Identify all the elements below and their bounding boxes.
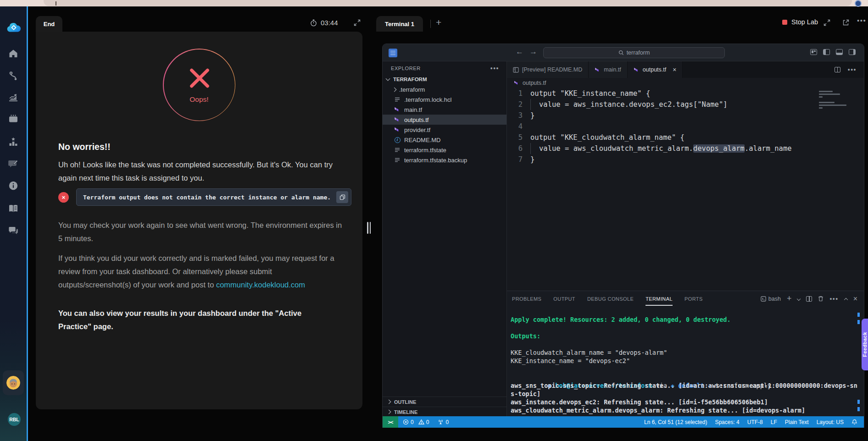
copy-button[interactable] <box>336 191 348 203</box>
line-number: 2 <box>507 99 523 110</box>
open-external-icon[interactable] <box>842 19 849 26</box>
maximize-panel-icon[interactable] <box>844 298 847 301</box>
browser-url-bar[interactable] <box>44 0 852 6</box>
new-terminal-button[interactable]: + <box>787 294 792 303</box>
toggle-panel-icon[interactable] <box>836 49 843 55</box>
explorer-sidebar: EXPLORER ••• TERRAFORM .terraform .terra… <box>383 61 507 416</box>
panel-more-icon[interactable]: ••• <box>829 297 838 301</box>
window-more-icon[interactable]: ••• <box>857 17 866 24</box>
tab-main-tf[interactable]: main.tf <box>589 61 628 78</box>
timeline-section[interactable]: TIMELINE <box>383 407 506 417</box>
toggle-secondary-sidebar-icon[interactable] <box>849 49 856 55</box>
file-name: .terraform.lock.hcl <box>404 96 451 103</box>
file-row[interactable]: .terraform.lock.hcl <box>383 94 506 105</box>
tab-problems[interactable]: PROBLEMS <box>512 296 541 302</box>
tab-debug-console[interactable]: DEBUG CONSOLE <box>587 296 634 302</box>
file-row[interactable]: terraform.tfstate <box>383 145 506 155</box>
terminal-dropdown-icon[interactable] <box>797 297 801 300</box>
task-expand-icon[interactable] <box>354 19 361 26</box>
documentation-icon[interactable] <box>8 203 19 214</box>
leaderboard-icon[interactable] <box>8 137 19 148</box>
tab-readme-preview[interactable]: [Preview] README.MD <box>507 61 589 78</box>
browser-profile-icon[interactable] <box>855 0 862 7</box>
editor-more-icon[interactable]: ••• <box>848 68 857 72</box>
terraform-file-icon <box>394 116 401 123</box>
error-count: 0 <box>411 419 414 425</box>
stop-lab-button[interactable]: Stop Lab <box>782 18 818 26</box>
indentation[interactable]: Spaces: 4 <box>715 419 739 425</box>
terminal-tab-1[interactable]: Terminal 1 <box>376 16 423 32</box>
menu-icon[interactable] <box>389 49 397 57</box>
split-editor-icon[interactable] <box>835 67 840 72</box>
user-avatar[interactable] <box>6 376 20 390</box>
task-tab-end[interactable]: End <box>36 16 62 32</box>
terminal-output[interactable]: Apply complete! Resources: 2 added, 0 ch… <box>507 306 864 416</box>
split-terminal-icon[interactable] <box>806 296 812 302</box>
file-row-terraform-folder[interactable]: .terraform <box>383 84 506 94</box>
remote-indicator[interactable]: >< <box>383 416 398 428</box>
tab-terminal[interactable]: TERMINAL <box>645 296 673 302</box>
progress-chart-icon[interactable] <box>8 92 19 103</box>
notifications-bell-icon[interactable] <box>851 419 857 425</box>
terminal-line-sns-2: s-topic] <box>511 390 864 398</box>
shell-selector[interactable]: bash <box>761 296 781 302</box>
info-icon[interactable] <box>8 180 19 191</box>
window-expand-icon[interactable] <box>823 19 830 26</box>
keyboard-layout[interactable]: Layout: US <box>817 419 844 425</box>
back-arrow-icon[interactable]: ← <box>516 47 523 56</box>
tab-output[interactable]: OUTPUT <box>553 296 575 302</box>
tab-label: main.tf <box>604 66 621 73</box>
tab-outputs-tf[interactable]: outputs.tf × <box>628 61 683 78</box>
file-row[interactable]: main.tf <box>383 105 506 115</box>
encoding[interactable]: UTF-8 <box>747 419 763 425</box>
bash-icon <box>761 296 766 302</box>
home-icon[interactable] <box>8 48 19 59</box>
initials-badge[interactable]: RBL <box>8 413 21 426</box>
url-caret <box>56 1 56 6</box>
error-row: × Terraform output does not contain the … <box>58 188 351 206</box>
panel-resize-handle[interactable] <box>367 222 371 234</box>
tab-ports[interactable]: PORTS <box>684 296 703 302</box>
ports-indicator[interactable]: 0 <box>438 419 449 425</box>
chevron-right-icon <box>387 400 391 404</box>
scrollbar-mark <box>857 407 860 411</box>
warning-count-icon <box>418 419 424 425</box>
learning-path-icon[interactable] <box>8 71 19 82</box>
radio-tower-icon <box>438 419 444 425</box>
selected-text: devops_alarm <box>693 144 745 153</box>
language-mode[interactable]: Plain Text <box>785 419 809 425</box>
kodekloud-logo-icon[interactable] <box>6 21 22 35</box>
customize-layout-icon[interactable] <box>810 49 817 55</box>
breadcrumb[interactable]: outputs.tf <box>507 78 864 88</box>
file-row[interactable]: i README.MD <box>383 135 506 145</box>
explorer-root-terraform[interactable]: TERRAFORM <box>383 74 506 84</box>
code-editor[interactable]: 1output "KKE_instance_name" { 2value = a… <box>507 88 864 291</box>
error-circle-icon: × <box>58 192 69 203</box>
browser-chrome-strip <box>0 0 868 6</box>
close-tab-icon[interactable]: × <box>673 66 676 73</box>
problems-indicator[interactable]: 0 0 <box>403 419 429 425</box>
file-name: main.tf <box>404 106 422 113</box>
breadcrumb-file: outputs.tf <box>523 80 546 86</box>
practice-arena-icon[interactable] <box>8 113 19 124</box>
file-row[interactable]: provider.tf <box>383 125 506 135</box>
toggle-sidebar-icon[interactable] <box>823 49 830 55</box>
community-link[interactable]: community.kodekloud.com <box>216 281 305 289</box>
add-terminal-tab-button[interactable]: + <box>436 17 441 28</box>
trash-icon[interactable] <box>818 296 823 302</box>
minimap[interactable] <box>819 91 847 109</box>
timer-value: 03:44 <box>321 19 338 27</box>
oops-ring: Oops! <box>163 49 235 121</box>
feedback-button[interactable]: Feedback <box>862 319 868 370</box>
community-chat-icon[interactable] <box>8 225 19 236</box>
feedback-note-icon[interactable] <box>8 158 19 169</box>
file-row[interactable]: terraform.tfstate.backup <box>383 155 506 165</box>
forward-arrow-icon[interactable]: → <box>529 47 537 56</box>
eol-sequence[interactable]: LF <box>771 419 777 425</box>
command-search-input[interactable]: terraform <box>543 47 725 58</box>
cursor-position[interactable]: Ln 6, Col 51 (12 selected) <box>644 419 707 425</box>
outline-section[interactable]: OUTLINE <box>383 397 506 407</box>
file-row-selected[interactable]: outputs.tf <box>383 115 506 125</box>
close-panel-icon[interactable]: × <box>853 295 857 303</box>
explorer-more-icon[interactable]: ••• <box>490 66 499 70</box>
